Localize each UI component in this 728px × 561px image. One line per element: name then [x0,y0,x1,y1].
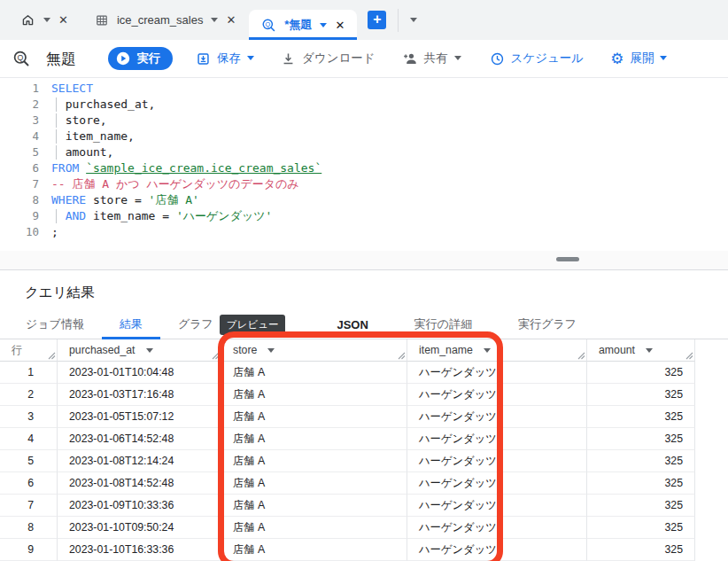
resize-handle-icon[interactable] [685,352,693,360]
cell-purchased-at[interactable]: 2023-01-09T10:33:36 [58,495,221,517]
column-header-store: store [221,339,407,362]
row-filler [695,495,728,517]
chevron-down-icon [247,56,254,64]
column-label: store [233,344,257,356]
results-table: 行purchased_atstoreitem_nameamount12023-0… [0,339,728,561]
resize-handle-icon[interactable] [398,352,406,360]
query-icon: Q [12,50,30,67]
row-index-cell: 7 [0,495,58,517]
code-line: 8WHERE store = '店舗 A' [0,192,728,208]
cell-purchased-at[interactable]: 2023-01-08T12:14:24 [58,450,221,472]
cell-amount[interactable]: 325 [587,517,695,539]
results-tab-label: 結果 [120,316,143,332]
line-number: 9 [0,208,39,224]
cell-purchased-at[interactable]: 2023-01-10T09:50:24 [58,517,221,539]
cell-item-name[interactable]: ハーゲンダッツ [407,406,587,428]
results-tab-label: 実行の詳細 [414,316,472,332]
cell-store[interactable]: 店舗 A [221,472,407,495]
close-icon[interactable]: ✕ [335,19,345,32]
tab-ice-cream-sales[interactable]: ice_cream_sales ✕ [81,0,249,40]
sort-caret-icon[interactable] [484,348,491,356]
results-tab-5[interactable]: 実行の詳細 [397,310,490,339]
tab-label: *無題 [284,17,312,33]
share-button[interactable]: 共有 [402,51,461,66]
code-line: 5 amount, [0,144,728,160]
chevron-down-icon [454,56,461,64]
cell-store[interactable]: 店舗 A [221,495,407,517]
cell-amount[interactable]: 325 [587,539,695,561]
cell-item-name[interactable]: ハーゲンダッツ [407,450,587,472]
chevron-down-icon[interactable] [43,18,50,26]
column-header-purchased_at: purchased_at [58,339,221,362]
splitter-drag-handle[interactable] [556,257,579,261]
cell-amount[interactable]: 325 [587,450,695,472]
save-button[interactable]: 保存 [196,51,254,66]
results-tab-2[interactable]: 結果 [102,310,160,339]
cell-item-name[interactable]: ハーゲンダッツ [407,495,587,517]
query-toolbar: Q 無題 実行 保存 ダウンロード 共有 [0,40,728,78]
chevron-down-icon[interactable] [211,18,218,26]
close-icon[interactable]: ✕ [58,13,68,27]
sort-caret-icon[interactable] [146,348,153,356]
home-icon [20,12,35,27]
tab-untitled-query[interactable]: Q *無題 ✕ [249,10,357,40]
code-text: item_name, [51,129,135,144]
results-tab-3[interactable]: グラフプレビュー [160,310,304,339]
cell-item-name[interactable]: ハーゲンダッツ [407,472,587,495]
cell-amount[interactable]: 325 [587,495,695,517]
cell-store[interactable]: 店舗 A [221,517,407,539]
cell-purchased-at[interactable]: 2023-01-10T16:33:36 [58,539,221,561]
tab-overflow-caret-icon[interactable] [410,18,417,26]
results-tab-6[interactable]: 実行グラフ [500,310,594,339]
download-button[interactable]: ダウンロード [281,51,376,66]
cell-amount[interactable]: 325 [587,406,695,428]
results-tab-4[interactable]: JSON [319,310,385,339]
new-tab-button[interactable]: + [368,11,386,29]
resize-handle-icon[interactable] [48,352,56,360]
results-tab-label: グラフ [178,316,213,332]
results-tab-label: 実行グラフ [518,316,577,332]
cell-store[interactable]: 店舗 A [221,384,407,406]
code-text: store, [51,113,107,129]
query-title: 無題 [46,49,76,69]
sort-caret-icon[interactable] [267,348,275,356]
cell-purchased-at[interactable]: 2023-01-06T14:52:48 [58,428,221,450]
resize-handle-icon[interactable] [212,352,220,360]
cell-purchased-at[interactable]: 2023-01-05T15:07:12 [58,406,221,428]
run-button[interactable]: 実行 [108,47,173,70]
sql-editor[interactable]: 1SELECT2 purchased_at,3 store,4 item_nam… [0,78,728,251]
chevron-down-icon[interactable] [320,23,327,31]
row-index-cell: 9 [0,539,58,561]
results-tab-label: ジョブ情報 [26,316,84,332]
cell-store[interactable]: 店舗 A [221,539,407,561]
cell-store[interactable]: 店舗 A [221,428,407,450]
expand-button[interactable]: ⚙ 展開 [610,51,667,66]
cell-store[interactable]: 店舗 A [221,362,407,384]
tab-home[interactable]: ✕ [7,0,81,40]
schedule-button[interactable]: スケジュール [490,51,585,66]
svg-text:Q: Q [17,53,23,62]
cell-amount[interactable]: 325 [587,384,695,406]
cell-amount[interactable]: 325 [587,428,695,450]
table-icon [95,13,109,27]
cell-item-name[interactable]: ハーゲンダッツ [407,384,587,406]
cell-amount[interactable]: 325 [587,472,695,495]
cell-store[interactable]: 店舗 A [221,406,407,428]
cell-purchased-at[interactable]: 2023-01-08T14:52:48 [58,472,221,495]
cell-amount[interactable]: 325 [587,362,695,384]
close-icon[interactable]: ✕ [226,13,236,27]
results-tab-1[interactable]: ジョブ情報 [8,310,102,339]
resize-handle-icon[interactable] [577,352,585,360]
cell-item-name[interactable]: ハーゲンダッツ [407,428,587,450]
results-tab-bar: ジョブ情報結果グラフプレビューJSON実行の詳細実行グラフ [0,310,728,339]
cell-store[interactable]: 店舗 A [221,450,407,472]
sort-caret-icon[interactable] [646,348,653,356]
row-filler [695,406,728,428]
cell-item-name[interactable]: ハーゲンダッツ [407,362,587,384]
column-header-row: 行 [0,339,58,362]
cell-purchased-at[interactable]: 2023-01-03T17:16:48 [58,384,221,406]
row-index-cell: 8 [0,517,58,539]
cell-item-name[interactable]: ハーゲンダッツ [407,517,587,539]
cell-item-name[interactable]: ハーゲンダッツ [407,539,587,561]
cell-purchased-at[interactable]: 2023-01-01T10:04:48 [58,362,221,384]
